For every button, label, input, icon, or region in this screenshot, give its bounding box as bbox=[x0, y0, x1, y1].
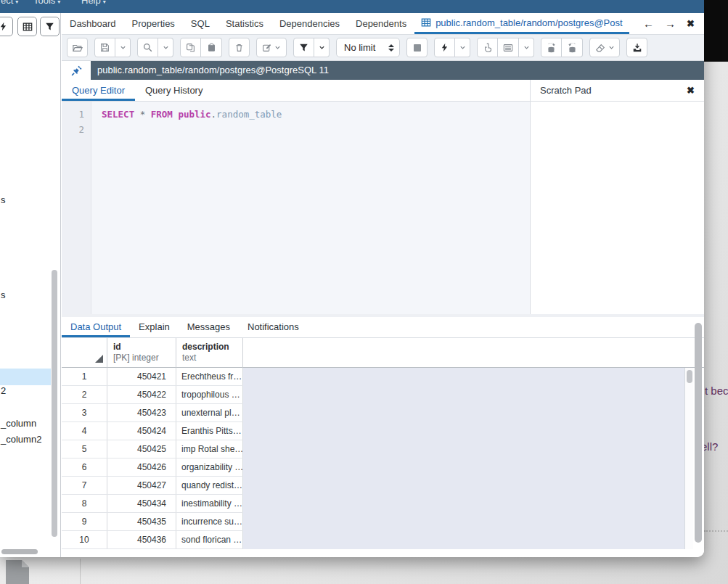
results-tab-bar: Data Output Explain Messages Notificatio… bbox=[62, 317, 704, 338]
description-cell[interactable]: tropophilous … bbox=[176, 386, 243, 403]
description-cell[interactable]: Erechtheus fr… bbox=[176, 368, 243, 385]
table-icon bbox=[23, 22, 33, 32]
row-number-cell[interactable]: 3 bbox=[62, 404, 107, 421]
description-cell[interactable]: unexternal pl… bbox=[176, 404, 243, 421]
id-cell[interactable]: 450422 bbox=[107, 386, 176, 403]
row-limit-select[interactable]: No limit bbox=[336, 38, 400, 57]
select-all-header[interactable] bbox=[62, 338, 107, 368]
row-number-cell[interactable]: 1 bbox=[62, 368, 107, 385]
open-file-button[interactable] bbox=[67, 38, 88, 57]
execute-button[interactable] bbox=[434, 38, 455, 57]
paste-button[interactable] bbox=[201, 38, 222, 57]
filter-options-dropdown[interactable] bbox=[314, 38, 330, 57]
row-number-cell[interactable]: 7 bbox=[62, 477, 107, 494]
search-icon bbox=[143, 43, 153, 53]
pgadmin-window: ect▾ Tools▾ Help▾ s s 2 _column _column2… bbox=[0, 0, 704, 557]
filter-icon bbox=[45, 22, 54, 31]
clear-options-dropdown[interactable] bbox=[589, 38, 620, 57]
row-number-cell[interactable]: 4 bbox=[62, 422, 107, 440]
scratch-pad-close-icon[interactable]: ✖ bbox=[687, 85, 695, 96]
tree-item-label[interactable]: s bbox=[1, 289, 6, 300]
connection-status-cell[interactable] bbox=[62, 61, 91, 80]
description-cell[interactable]: imp Rotal she… bbox=[176, 440, 243, 458]
tree-item-label[interactable]: _column2 bbox=[1, 434, 41, 445]
id-cell[interactable]: 450421 bbox=[107, 368, 176, 385]
tab-dependents[interactable]: Dependents bbox=[348, 13, 414, 34]
row-number-cell[interactable]: 6 bbox=[62, 458, 107, 476]
save-options-dropdown[interactable] bbox=[115, 38, 131, 57]
row-number-cell[interactable]: 8 bbox=[62, 495, 107, 512]
explain-analyze-button[interactable] bbox=[498, 38, 519, 57]
tree-item-label[interactable]: _column bbox=[1, 418, 36, 429]
delete-button[interactable] bbox=[229, 38, 250, 57]
tree-horizontal-scrollbar[interactable] bbox=[1, 549, 38, 554]
tab-properties[interactable]: Properties bbox=[124, 13, 183, 34]
chevron-down-icon: ▾ bbox=[57, 0, 60, 5]
execute-options-dropdown[interactable] bbox=[455, 38, 470, 57]
id-cell[interactable]: 450425 bbox=[107, 440, 176, 458]
tab-dashboard[interactable]: Dashboard bbox=[62, 13, 124, 34]
explain-button[interactable] bbox=[477, 38, 498, 57]
commit-button[interactable] bbox=[541, 38, 562, 57]
tab-query-history[interactable]: Query History bbox=[135, 80, 213, 101]
description-cell[interactable]: Eranthis Pitts… bbox=[176, 422, 243, 440]
background-window-black bbox=[704, 0, 728, 62]
tab-query-tool-active[interactable]: public.random_table/random/postgres@Post bbox=[414, 13, 629, 34]
tab-scroll-left-icon[interactable]: ← bbox=[643, 17, 654, 30]
window-vertical-scrollbar[interactable] bbox=[695, 323, 702, 543]
grid-scrollbar-thumb[interactable] bbox=[687, 370, 692, 383]
filtered-rows-button[interactable] bbox=[40, 17, 60, 36]
tab-data-output[interactable]: Data Output bbox=[62, 317, 130, 337]
edit-options-dropdown[interactable] bbox=[256, 38, 287, 57]
id-cell[interactable]: 450424 bbox=[107, 422, 176, 440]
view-data-button[interactable] bbox=[17, 17, 37, 36]
tab-statistics[interactable]: Statistics bbox=[218, 13, 271, 34]
description-cell[interactable]: quandy redist… bbox=[176, 477, 243, 494]
tab-messages[interactable]: Messages bbox=[179, 317, 239, 337]
menu-help[interactable]: Help▾ bbox=[81, 0, 106, 8]
filter-icon bbox=[299, 43, 308, 52]
id-cell[interactable]: 450434 bbox=[107, 495, 176, 512]
tree-selected-item[interactable] bbox=[0, 369, 51, 385]
description-cell[interactable]: organizability … bbox=[176, 458, 243, 476]
sql-code-line[interactable]: SELECT * FROM public.random_table bbox=[91, 102, 530, 122]
row-number-cell[interactable]: 2 bbox=[62, 386, 107, 403]
row-number-cell[interactable]: 9 bbox=[62, 513, 107, 530]
tree-item-label[interactable]: s bbox=[1, 194, 6, 205]
filter-button[interactable] bbox=[293, 38, 314, 57]
id-cell[interactable]: 450423 bbox=[107, 404, 176, 421]
tree-item-label[interactable]: 2 bbox=[1, 385, 6, 396]
save-button[interactable] bbox=[94, 38, 115, 57]
description-cell[interactable]: sond florican … bbox=[176, 531, 243, 548]
tab-notifications[interactable]: Notifications bbox=[239, 317, 308, 337]
copy-button[interactable] bbox=[180, 38, 201, 57]
rollback-button[interactable] bbox=[562, 38, 583, 57]
grid-vertical-scrollbar[interactable] bbox=[684, 368, 693, 549]
find-button[interactable] bbox=[137, 38, 158, 57]
find-options-dropdown[interactable] bbox=[158, 38, 173, 57]
menu-tools[interactable]: Tools▾ bbox=[33, 0, 60, 8]
tree-vertical-scrollbar[interactable] bbox=[52, 270, 57, 537]
column-header-description[interactable]: description text bbox=[176, 338, 243, 368]
tab-query-editor[interactable]: Query Editor bbox=[62, 80, 135, 101]
description-cell[interactable]: incurrence su… bbox=[176, 513, 243, 530]
row-number-cell[interactable]: 5 bbox=[62, 440, 107, 458]
explain-options-dropdown[interactable] bbox=[519, 38, 534, 57]
description-cell[interactable]: inestimability … bbox=[176, 495, 243, 512]
id-cell[interactable]: 450436 bbox=[107, 531, 176, 548]
id-cell[interactable]: 450426 bbox=[107, 458, 176, 476]
tab-dependencies[interactable]: Dependencies bbox=[271, 13, 348, 34]
menu-object[interactable]: ect▾ bbox=[1, 0, 18, 8]
tab-close-icon[interactable]: ✖ bbox=[687, 18, 695, 29]
row-number-cell[interactable]: 10 bbox=[62, 531, 107, 548]
download-results-button[interactable] bbox=[626, 38, 647, 57]
tab-sql[interactable]: SQL bbox=[183, 13, 218, 34]
tab-scroll-right-icon[interactable]: → bbox=[665, 17, 676, 30]
cancel-query-button[interactable] bbox=[406, 38, 428, 57]
column-header-id[interactable]: id [PK] integer bbox=[107, 338, 176, 368]
query-tool-button[interactable] bbox=[0, 17, 13, 36]
sql-editor[interactable]: 1 2 SELECT * FROM public.random_table bbox=[62, 102, 530, 314]
tab-explain[interactable]: Explain bbox=[130, 317, 179, 337]
id-cell[interactable]: 450427 bbox=[107, 477, 176, 494]
id-cell[interactable]: 450435 bbox=[107, 513, 176, 530]
